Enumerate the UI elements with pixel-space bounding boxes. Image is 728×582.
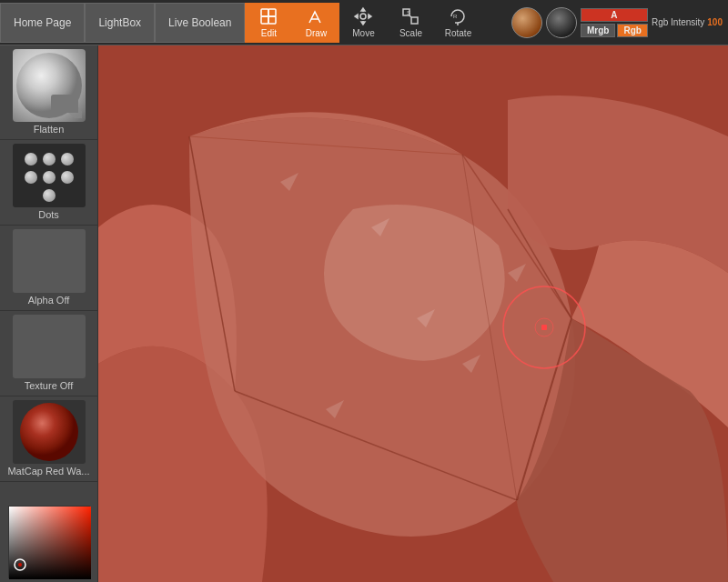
live-boolean-button[interactable]: Live Boolean: [155, 3, 245, 43]
svg-point-5: [360, 14, 366, 19]
dot-3: [61, 153, 74, 166]
toolbar: Home Page LightBox Live Boolean Edit Dra…: [0, 0, 728, 45]
color-rgb-button[interactable]: Rgb: [617, 24, 647, 37]
svg-point-12: [20, 403, 78, 461]
dot-6: [61, 171, 74, 184]
dots-item[interactable]: Dots: [0, 140, 97, 226]
scale-button[interactable]: S Scale: [387, 3, 434, 43]
texture-preview: [13, 315, 86, 378]
scale-label: Scale: [399, 28, 422, 38]
edit-label: Edit: [261, 28, 277, 38]
dot-7: [43, 189, 56, 202]
viewport[interactable]: [98, 45, 728, 582]
flatten-label: Flatten: [34, 122, 65, 137]
matcap-preview: [13, 400, 86, 464]
flatten-item[interactable]: Flatten: [0, 45, 97, 140]
rotate-button[interactable]: R Rotate: [434, 3, 481, 43]
svg-rect-14: [9, 507, 91, 579]
svg-text:S: S: [407, 10, 410, 15]
svg-rect-1: [268, 9, 276, 16]
svg-point-9: [16, 53, 82, 118]
alpha-item[interactable]: Alpha Off: [0, 226, 97, 311]
matcap-item[interactable]: MatCap Red Wa...: [0, 396, 97, 482]
svg-rect-3: [268, 16, 276, 24]
rgb-intensity-area: Rgb Intensity 100: [652, 17, 723, 27]
svg-point-16: [18, 563, 22, 567]
color-picker[interactable]: [8, 506, 90, 578]
intensity-label: Rgb Intensity: [652, 17, 704, 27]
flatten-preview: [13, 49, 86, 122]
dot-1: [25, 153, 37, 166]
dot-4: [25, 171, 37, 184]
rotate-label: Rotate: [445, 28, 471, 38]
svg-rect-0: [261, 9, 268, 16]
alpha-preview: [13, 229, 86, 293]
dot-5: [43, 171, 56, 184]
edit-button[interactable]: Edit: [245, 3, 292, 43]
left-panel: Flatten Dots Alpha Off Texture Off: [0, 45, 98, 582]
intensity-value: 100: [707, 17, 723, 27]
dot-2: [43, 153, 56, 166]
alpha-label: Alpha Off: [28, 293, 70, 308]
svg-rect-33: [541, 325, 547, 330]
color-a-button[interactable]: A: [581, 8, 648, 22]
material-ball[interactable]: [546, 7, 577, 38]
color-mrgb-button[interactable]: Mrgb: [581, 24, 615, 37]
color-buttons: A Mrgb Rgb: [581, 8, 648, 37]
dots-preview: [13, 144, 86, 207]
texture-label: Texture Off: [25, 378, 74, 394]
lightbox-button[interactable]: LightBox: [85, 3, 155, 43]
main-area: Flatten Dots Alpha Off Texture Off: [0, 45, 728, 582]
texture-item[interactable]: Texture Off: [0, 311, 97, 396]
move-label: Move: [352, 28, 374, 38]
matcap-label: MatCap Red Wa...: [7, 464, 89, 479]
svg-line-6: [410, 15, 411, 17]
material-area: A Mrgb Rgb Rgb Intensity 100: [506, 7, 728, 38]
color-picker-area: [0, 502, 97, 582]
svg-rect-2: [261, 16, 268, 24]
material-sphere[interactable]: [511, 7, 542, 38]
home-page-button[interactable]: Home Page: [0, 3, 85, 43]
move-button[interactable]: Move: [339, 3, 387, 43]
draw-button[interactable]: Draw: [292, 3, 339, 43]
svg-text:R: R: [453, 14, 458, 19]
draw-label: Draw: [306, 28, 327, 38]
dots-label: Dots: [38, 207, 59, 223]
